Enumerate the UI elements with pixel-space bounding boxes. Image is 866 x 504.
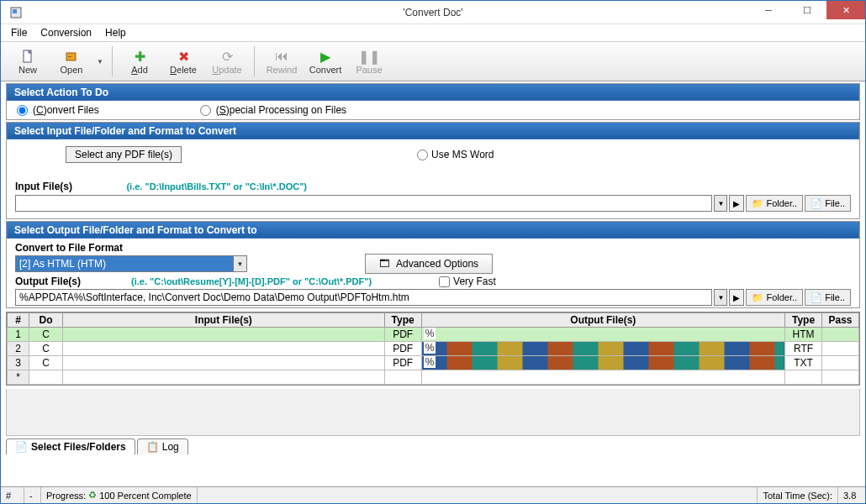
cell-itype: PDF xyxy=(384,328,421,342)
input-file-button[interactable]: 📄File.. xyxy=(805,195,851,212)
cell-otype: RTF xyxy=(785,342,822,356)
cell-input xyxy=(63,356,385,370)
files-table: # Do Input File(s) Type Output File(s) T… xyxy=(6,312,860,386)
cell-otype: HTM xyxy=(785,328,822,342)
toolbar: New Open ▼ ✚ Add ✖ Delete ⟳ Update ⏮ Rew… xyxy=(1,41,865,81)
convert-button[interactable]: ▶ Convert xyxy=(305,44,346,79)
status-spacer xyxy=(198,487,758,503)
col-num[interactable]: # xyxy=(8,313,29,328)
update-button[interactable]: ⟳ Update xyxy=(207,44,247,79)
open-icon xyxy=(63,48,80,65)
table-row[interactable]: 3CPDFTXT xyxy=(8,356,859,370)
menu-conversion[interactable]: Conversion xyxy=(34,25,98,40)
svg-rect-1 xyxy=(13,9,17,13)
input-folder-button[interactable]: 📁Folder.. xyxy=(746,195,803,212)
menu-file[interactable]: File xyxy=(4,25,34,40)
cell-pass xyxy=(822,356,859,370)
delete-button[interactable]: ✖ Delete xyxy=(163,44,203,79)
rewind-icon: ⏮ xyxy=(273,48,290,65)
input-dropdown-arrow[interactable]: ▼ xyxy=(714,195,727,212)
select-pdf-button[interactable]: Select any PDF file(s) xyxy=(66,146,182,163)
status-hash: # xyxy=(1,487,24,503)
cell-num: 1 xyxy=(8,328,29,342)
convert-icon: ▶ xyxy=(317,48,334,65)
close-button[interactable]: ✕ xyxy=(826,1,865,19)
cell-pass xyxy=(822,328,859,342)
cell-pass xyxy=(822,342,859,356)
output-files-field[interactable] xyxy=(15,289,712,306)
output-hint: (i.e. "C:\out\Resume[Y]-[M]-[D].PDF" or … xyxy=(131,276,372,286)
action-header: Select Action To Do xyxy=(7,84,859,101)
toolbar-separator xyxy=(112,46,113,76)
new-icon xyxy=(19,48,36,65)
col-otype[interactable]: Type xyxy=(785,313,822,328)
cell-num: * xyxy=(8,370,29,385)
titlebar: 'Convert Doc' ─ ☐ ✕ xyxy=(1,1,865,24)
cell-output xyxy=(421,356,784,370)
table-blank-area xyxy=(6,389,860,436)
radio-special-processing[interactable]: (S)pecial Processing on Files xyxy=(200,104,346,116)
very-fast-checkbox[interactable]: Very Fast xyxy=(439,276,496,287)
input-hint: (i.e. "D:\Input\Bills.TXT" or "C:\In\*.D… xyxy=(126,181,307,192)
table-header-row: # Do Input File(s) Type Output File(s) T… xyxy=(8,313,859,328)
input-go-button[interactable]: ▶ xyxy=(729,195,744,212)
col-output[interactable]: Output File(s) xyxy=(421,313,784,328)
tab-select-files[interactable]: 📄Select Files/Folders xyxy=(6,438,135,454)
file-icon: 📄 xyxy=(811,292,822,303)
toolbar-separator xyxy=(254,46,255,76)
output-dropdown-arrow[interactable]: ▼ xyxy=(714,289,727,306)
radio-convert-files[interactable]: (C)onvert Files xyxy=(17,104,99,116)
cell-input xyxy=(63,342,385,356)
action-panel: Select Action To Do (C)onvert Files (S)p… xyxy=(6,83,860,120)
cell-num: 3 xyxy=(8,356,29,370)
cell-output xyxy=(421,342,784,356)
table-row[interactable]: 1CPDFHTM xyxy=(8,328,859,342)
col-itype[interactable]: Type xyxy=(384,313,421,328)
menu-help[interactable]: Help xyxy=(98,25,133,40)
maximize-button[interactable]: ☐ xyxy=(788,1,826,19)
open-button[interactable]: Open xyxy=(51,44,92,79)
cell-num: 2 xyxy=(8,342,29,356)
table-row-new[interactable]: * xyxy=(8,370,859,385)
input-files-label: Input File(s) xyxy=(15,181,72,192)
update-icon: ⟳ xyxy=(219,48,235,65)
output-header: Select Output File/Folder and Format to … xyxy=(7,222,859,239)
new-button[interactable]: New xyxy=(8,44,48,79)
minimize-button[interactable]: ─ xyxy=(749,1,788,19)
output-file-button[interactable]: 📄File.. xyxy=(805,289,851,306)
cell-input xyxy=(63,328,385,342)
open-dropdown[interactable]: ▼ xyxy=(95,58,105,66)
app-icon xyxy=(6,3,26,23)
rewind-button[interactable]: ⏮ Rewind xyxy=(261,44,302,79)
input-files-field[interactable] xyxy=(15,195,712,212)
bottom-tabs: 📄Select Files/Folders 📋Log xyxy=(6,436,860,454)
cell-output xyxy=(421,328,784,342)
col-input[interactable]: Input File(s) xyxy=(63,313,385,328)
folder-icon: 📁 xyxy=(752,292,763,303)
cell-itype: PDF xyxy=(384,356,421,370)
files-icon: 📄 xyxy=(15,441,28,453)
advanced-icon: 🗔 xyxy=(379,258,389,270)
col-pass[interactable]: Pass xyxy=(822,313,859,328)
table-row[interactable]: 2CPDFRTF xyxy=(8,342,859,356)
format-dropdown-arrow[interactable]: ▼ xyxy=(234,255,247,272)
convert-format-select[interactable]: [2] As HTML (HTM) xyxy=(15,255,234,272)
add-button[interactable]: ✚ Add xyxy=(119,44,160,79)
window-title: 'Convert Doc' xyxy=(403,7,462,18)
status-time-label: Total Time (Sec): xyxy=(758,487,838,503)
add-icon: ✚ xyxy=(131,48,148,65)
pause-button[interactable]: ❚❚ Pause xyxy=(349,44,389,79)
convert-format-label: Convert to File Format xyxy=(15,242,851,254)
advanced-options-button[interactable]: 🗔 Advanced Options xyxy=(365,254,493,274)
tab-log[interactable]: 📋Log xyxy=(137,438,188,454)
col-do[interactable]: Do xyxy=(29,313,63,328)
file-icon: 📄 xyxy=(811,198,822,209)
status-progress: Progress: ♻ 100 Percent Complete xyxy=(41,487,198,503)
input-panel: Select Input File/Folder and Format to C… xyxy=(6,122,860,219)
output-panel: Select Output File/Folder and Format to … xyxy=(6,221,860,308)
input-header: Select Input File/Folder and Format to C… xyxy=(7,123,859,139)
output-folder-button[interactable]: 📁Folder.. xyxy=(746,289,803,306)
output-go-button[interactable]: ▶ xyxy=(729,289,744,306)
use-ms-word-radio[interactable]: Use MS Word xyxy=(417,149,494,160)
cell-do: C xyxy=(29,328,63,342)
